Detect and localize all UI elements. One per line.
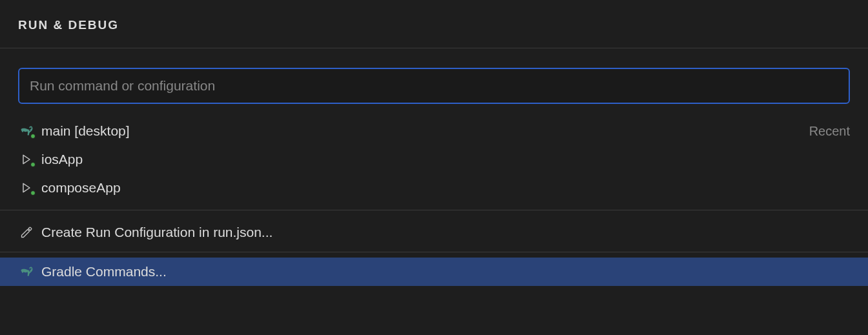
gradle-commands-action[interactable]: Gradle Commands... <box>0 258 868 286</box>
panel-header: RUN & DEBUG <box>0 0 868 48</box>
command-label: Gradle Commands... <box>41 264 850 279</box>
create-run-config-action[interactable]: Create Run Configuration in run.json... <box>0 218 868 247</box>
edit-icon <box>18 224 35 241</box>
divider <box>0 210 868 210</box>
run-config-label: composeApp <box>41 180 850 196</box>
run-config-label: iosApp <box>41 152 850 167</box>
run-config-item-main-desktop[interactable]: main [desktop] Recent <box>0 117 868 145</box>
run-configurations-list: main [desktop] Recent iosApp composeApp <box>0 117 868 286</box>
gradle-icon <box>18 123 35 139</box>
run-icon <box>18 151 35 168</box>
run-config-hint: Recent <box>809 124 850 139</box>
action-label: Create Run Configuration in run.json... <box>41 225 850 240</box>
panel-title: RUN & DEBUG <box>18 18 850 32</box>
gradle-icon <box>18 263 35 280</box>
run-command-input[interactable] <box>18 68 850 104</box>
run-config-item-composeapp[interactable]: composeApp <box>0 174 868 202</box>
divider <box>0 252 868 252</box>
run-config-item-iosapp[interactable]: iosApp <box>0 145 868 174</box>
search-container <box>0 48 868 117</box>
run-icon <box>18 179 35 196</box>
run-config-label: main [desktop] <box>41 123 809 139</box>
